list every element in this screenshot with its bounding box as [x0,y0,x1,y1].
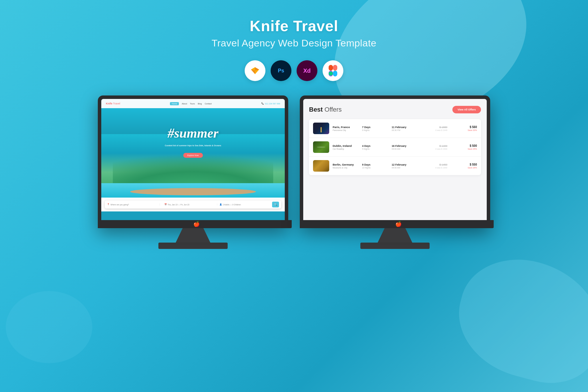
hero-cta-button[interactable]: Explore Now [183,153,203,158]
ps-label: Ps [278,68,284,74]
right-monitor-screen: Best Offers View All Offers Paris, Franc… [303,99,487,220]
destination-field[interactable]: 📍 Where are you going? [107,203,160,206]
calendar-icon: 📅 [164,203,167,206]
phone-icon: 📞 [261,102,264,105]
apple-logo-right: 🍎 [395,221,402,227]
page-header: Knife Travel Travel Agency Web Design Te… [0,0,588,81]
guests-field[interactable]: 👤 2 Adults — 0 Children [220,203,270,206]
destination-name: Paris, France [333,125,359,129]
page-title: Knife Travel [0,17,588,35]
monitor-stand-base-left [158,243,228,249]
nav-links: Home About Tours Blog Contact [170,102,211,105]
offer-days-paris: 7 Days 6 Nights [362,126,388,131]
sketch-icon[interactable] [245,60,265,81]
offer-new-price-dublin: $ 500 Save 25% [451,144,477,150]
monitor-stand-neck-right [378,228,412,243]
offer-destination-paris: Paris, France Panorama City [333,125,359,131]
offer-date-berlin: 12 February 09:00 AM [392,163,418,169]
svg-rect-6 [333,65,337,71]
page-subtitle: Travel Agency Web Design Template [0,37,588,49]
hero-area: #summer Curated list of summer trips to … [101,108,285,198]
destination-type: Museums & City [333,167,359,169]
bg-decoration-2 [446,245,588,392]
destination-type: Panorama City [333,129,359,131]
xd-label: Xd [303,67,311,74]
offer-destination-dublin: Dublin, Ireland Car Roadtrip [333,144,359,150]
offer-thumb-dublin [313,141,329,153]
offer-row-dublin: Dublin, Ireland Car Roadtrip 4 Days 5 Ni… [309,138,481,157]
bg-decoration-3 [6,291,92,363]
monitor-stand-neck-left [176,228,210,243]
tool-icons-row: Ps Xd [0,60,588,81]
offer-thumb-paris [313,123,329,134]
hero-sand-beach [130,188,256,195]
nav-about[interactable]: About [182,103,187,105]
left-screen-content: Knife Travel Home About Tours Blog Conta… [101,99,285,220]
monitors-row: Knife Travel Home About Tours Blog Conta… [0,95,588,249]
search-bar: 📍 Where are you going? 📅 Thu, Jan 15 — F… [105,200,281,209]
nav-contact[interactable]: Contact [205,103,211,105]
figma-icon[interactable] [323,60,343,81]
right-monitor-wrapper: Best Offers View All Offers Paris, Franc… [300,95,490,249]
search-bar-container: 📍 Where are you going? 📅 Thu, Jan 15 — F… [101,198,285,211]
hero-subtitle: Curated list of summer trips to Sea Side… [165,145,221,147]
monitor-chin-right: 🍎 [303,220,494,228]
guests-icon: 👤 [220,203,222,206]
offer-thumb-berlin [313,160,329,172]
left-monitor-screen: Knife Travel Home About Tours Blog Conta… [101,99,285,220]
offer-destination-berlin: Berlin, Germany Museums & City [333,163,359,169]
left-monitor: Knife Travel Home About Tours Blog Conta… [98,95,288,228]
search-button[interactable]: 🔍 [272,202,279,207]
offer-row-berlin: Berlin, Germany Museums & City 9 Days 10… [309,157,481,175]
offer-date-dublin: 16 February 09:00 AM [392,145,418,150]
offers-header: Best Offers View All Offers [309,106,481,113]
right-screen-content: Best Offers View All Offers Paris, Franc… [303,99,487,220]
date-field[interactable]: 📅 Thu, Jan 15 — Fri, Jun 23 [162,203,217,206]
monitor-stand-base-right [360,243,430,249]
monitor-chin-left: 🍎 [101,220,292,228]
photoshop-icon[interactable]: Ps [271,60,291,81]
offer-days-dublin: 4 Days 5 Nights [362,145,388,150]
offers-table: Paris, France Panorama City 7 Days 6 Nig… [309,119,481,175]
offers-title: Best Offers [309,106,342,113]
destination-name: Dublin, Ireland [333,144,359,147]
destination-type: Car Roadtrip [333,148,359,150]
nav-phone: 📞 011 234 567 999 [261,102,280,105]
adobexd-icon[interactable]: Xd [297,60,317,81]
left-monitor-wrapper: Knife Travel Home About Tours Blog Conta… [98,95,288,249]
nav-blog[interactable]: Blog [198,103,202,105]
offer-original-price-berlin: $ 1450 it was $ 1900 [421,163,447,169]
nav-tours[interactable]: Tours [190,103,195,105]
svg-rect-5 [329,65,333,71]
site-logo: Knife Travel [106,102,120,105]
destination-name: Berlin, Germany [333,163,359,166]
offer-original-price-paris: $ 1889 it was $ 2449 [421,126,447,131]
svg-point-9 [329,72,333,76]
location-icon: 📍 [107,203,110,206]
apple-logo-left: 🍎 [193,221,200,227]
offer-days-berlin: 9 Days 10 Nights [362,163,388,169]
hero-hashtag-text: #summer [168,125,218,141]
offer-new-price-berlin: $ 550 Save 26% [451,163,477,169]
nav-home[interactable]: Home [170,102,179,105]
svg-rect-8 [333,71,337,76]
site-navbar: Knife Travel Home About Tours Blog Conta… [101,99,285,108]
offer-row-paris: Paris, France Panorama City 7 Days 6 Nig… [309,119,481,138]
offer-date-paris: 11 February 06:30 PM [392,126,418,131]
offer-new-price-paris: $ 560 Save 20% [451,125,477,131]
right-monitor: Best Offers View All Offers Paris, Franc… [300,95,490,228]
view-all-button[interactable]: View All Offers [452,106,481,113]
offer-original-price-dublin: $ 1400 it was $ 1900 [421,145,447,150]
